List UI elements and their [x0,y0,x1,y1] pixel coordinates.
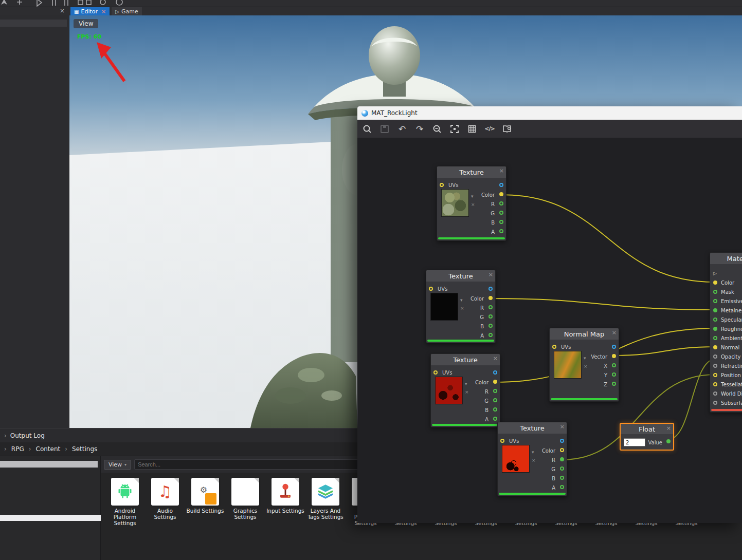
port-roughness[interactable] [713,327,717,331]
port-uvs[interactable] [429,287,433,291]
clear-icon[interactable]: × [471,202,475,207]
breadcrumb-content[interactable]: Content [36,445,61,453]
chevron-down-icon[interactable]: ▾ [532,450,534,455]
port-r[interactable] [488,305,493,309]
port-uvs[interactable] [433,370,438,375]
asset-tile-android-platform-settings[interactable]: Android Platform Settings [108,478,142,526]
breadcrumb-rpg[interactable]: RPG [11,445,24,453]
content-tree-panel[interactable] [0,456,101,560]
port-g[interactable] [493,398,497,402]
port-uvs[interactable] [500,439,504,443]
redo-icon[interactable]: ↷ [414,123,425,135]
undo-icon[interactable]: ↶ [396,123,408,135]
tree-selected-row[interactable] [0,461,98,468]
close-icon[interactable]: × [612,329,617,336]
main-toolbar[interactable] [0,0,742,7]
port-subsurface-color[interactable] [713,401,717,405]
chevron-down-icon[interactable]: ▾ [584,356,586,361]
material-editor-window[interactable]: MAT_RockLight ↶ ↷ </> [357,106,742,523]
close-icon[interactable]: × [488,271,493,278]
viewport-view-menu[interactable]: View [74,19,98,28]
panel-close-icon[interactable]: × [60,7,65,14]
port-x[interactable] [612,363,616,367]
asset-tile-input-settings[interactable]: Input Settings [268,478,302,514]
clear-icon[interactable]: × [584,364,588,369]
port-color[interactable] [713,281,717,285]
texture-thumbnail[interactable] [502,445,530,473]
port-b[interactable] [488,324,493,328]
port-object[interactable] [612,345,616,349]
port-color[interactable] [560,448,564,452]
node-float[interactable]: Float × Value [620,423,674,451]
node-normal-map[interactable]: Normal Map×UVs▾×VectorXYZ [549,328,619,402]
port-b[interactable] [560,476,564,480]
close-icon[interactable]: × [499,167,504,174]
docs-icon[interactable] [501,123,513,135]
search-icon[interactable] [361,123,373,135]
port-y[interactable] [612,372,616,377]
node-material[interactable]: Material ▷ColorMaskEmissiveMetalnessSpec… [710,252,742,413]
port-a[interactable] [499,229,503,233]
port-b[interactable] [493,407,497,412]
port-value[interactable] [666,439,671,443]
port-r[interactable] [499,201,503,206]
tree-highlight-row[interactable] [0,515,101,521]
port-vector[interactable] [612,354,616,358]
zoom-icon[interactable] [431,123,443,135]
port-g[interactable] [488,314,493,319]
impulse-port-icon[interactable]: ▷ [713,271,717,276]
chevron-down-icon[interactable]: ▾ [460,298,463,303]
port-b[interactable] [499,220,503,224]
port-g[interactable] [560,466,564,471]
tab-game[interactable]: ▷ Game [112,7,141,15]
port-z[interactable] [612,382,616,386]
port-a[interactable] [488,333,493,337]
chevron-down-icon[interactable]: ▾ [465,382,467,386]
port-a[interactable] [493,417,497,421]
tab-close-icon[interactable]: × [101,8,106,15]
port-world-displacement[interactable] [713,391,717,396]
expander-icon[interactable]: › [4,432,7,439]
port-color[interactable] [493,380,497,384]
close-icon[interactable]: × [493,355,498,362]
tab-editor[interactable]: ▦ Editor × [70,7,110,15]
port-color[interactable] [499,192,503,196]
node-texture-red[interactable]: Texture×UVs▾×ColorRGBA [430,353,500,427]
node-texture-top[interactable]: Texture×UVs▾×ColorRGBA [437,166,506,241]
clear-icon[interactable]: × [532,458,536,463]
fit-view-icon[interactable] [449,123,460,135]
port-uvs[interactable] [552,345,556,349]
texture-thumbnail[interactable] [441,189,469,217]
asset-tile-graphics-settings[interactable]: Graphics Settings [228,478,262,520]
port-object[interactable] [499,183,503,187]
node-texture-bottom[interactable]: Texture×UVs▾×ColorRGBA [497,422,567,496]
clear-icon[interactable]: × [465,390,469,395]
port-mask[interactable] [713,290,717,294]
texture-thumbnail[interactable] [435,377,463,404]
port-g[interactable] [499,211,503,215]
port-specular[interactable] [713,318,717,322]
texture-thumbnail[interactable] [554,351,582,379]
view-dropdown[interactable]: View ▾ [104,460,131,470]
port-metalness[interactable] [713,308,717,312]
port-uvs[interactable] [440,183,444,187]
node-graph-canvas[interactable]: Float × Value Material ▷ColorMaskEmissiv… [357,138,742,523]
port-color[interactable] [488,296,493,300]
texture-thumbnail[interactable] [430,293,458,321]
close-icon[interactable]: × [666,425,671,432]
port-emissive[interactable] [713,299,717,303]
port-object[interactable] [488,287,493,291]
clear-icon[interactable]: × [460,306,464,311]
breadcrumb-settings[interactable]: Settings [72,445,97,453]
close-icon[interactable]: × [560,423,565,430]
float-value-input[interactable] [624,438,645,446]
port-object[interactable] [493,370,497,375]
port-position-offset[interactable] [713,373,717,377]
window-titlebar[interactable]: MAT_RockLight [357,106,742,120]
port-r[interactable] [493,389,497,393]
asset-tile-build-settings[interactable]: ⚙Build Settings [188,478,222,514]
port-tessellation[interactable] [713,382,717,386]
port-refraction[interactable] [713,364,717,368]
node-texture-mid[interactable]: Texture×UVs▾×ColorRGBA [426,270,496,343]
port-ambient-occlusion[interactable] [713,336,717,340]
